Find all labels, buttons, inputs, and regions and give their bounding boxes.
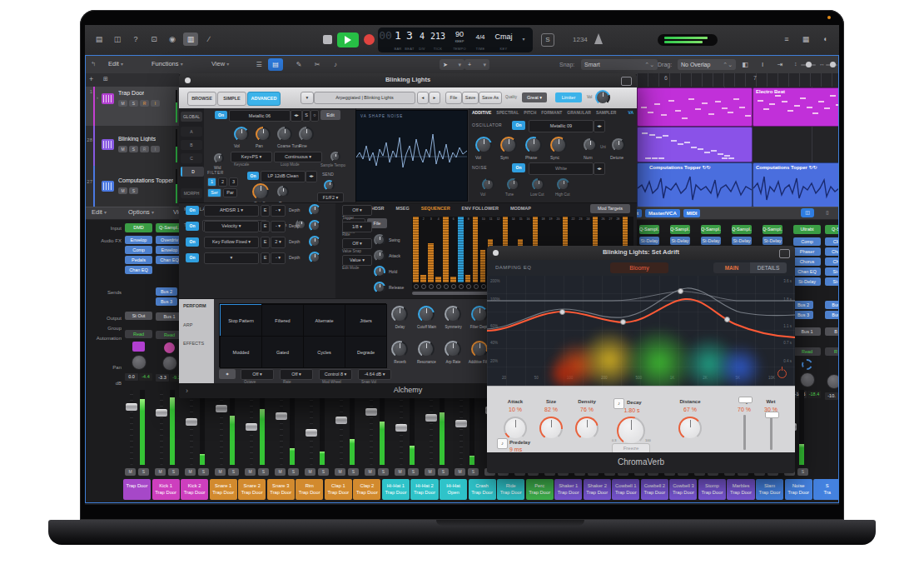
channel-name-label[interactable]: CrashTrap Door [469, 479, 496, 500]
sequencer-step[interactable]: 5 [443, 217, 450, 289]
fader-track[interactable] [370, 390, 373, 465]
input-slot[interactable]: Q-Sampl.. [670, 225, 690, 234]
fader-track[interactable] [400, 390, 403, 465]
list-editors-icon[interactable]: ≡ [779, 32, 794, 46]
perform-knob[interactable] [445, 306, 461, 322]
track-name[interactable]: Trap Door [118, 90, 144, 96]
fader-track[interactable] [310, 390, 313, 465]
pan-knob[interactable] [827, 374, 839, 389]
mod-on-button[interactable]: On [186, 206, 199, 215]
seq-control-dropdown[interactable]: Off ▾ [342, 238, 372, 249]
slider-value[interactable]: 70 % [732, 407, 757, 412]
mod-e-button[interactable]: E [261, 252, 270, 264]
detune-knob[interactable] [612, 138, 625, 152]
send-slot[interactable]: Bus [825, 301, 839, 309]
mod-on-button[interactable]: On [186, 253, 199, 262]
vertical-zoom-slider[interactable] [801, 64, 816, 66]
mute-button[interactable]: M [455, 468, 465, 476]
channel-name-label[interactable]: Hi-HatOpen [440, 479, 467, 500]
glue-tool-icon[interactable]: ✎ [291, 58, 306, 71]
fader-cap[interactable] [395, 424, 407, 432]
engine-tab[interactable]: SAMPLER [596, 110, 616, 115]
channel-name-label[interactable]: Trap Door [123, 479, 151, 500]
fx-slot[interactable]: St-Delay [763, 237, 782, 245]
pan-knob[interactable] [800, 372, 815, 387]
input-slot[interactable]: Ultrabt [793, 225, 821, 234]
fader-track[interactable] [220, 390, 223, 465]
mod-on-button[interactable]: On [186, 237, 199, 247]
mod-slot-dropdown[interactable]: 2 ▾ [271, 237, 286, 248]
source-knob[interactable] [299, 127, 314, 142]
sequencer-step[interactable]: 8 [465, 217, 472, 289]
input-slot[interactable]: Q-S [825, 225, 839, 234]
link-icon[interactable] [621, 77, 632, 86]
source-knob[interactable] [234, 127, 249, 142]
loops-icon[interactable]: ◫ [110, 32, 125, 46]
noise-knob[interactable] [557, 178, 569, 191]
input-monitor-button[interactable]: I [151, 100, 160, 107]
solo-button[interactable]: S [797, 468, 808, 476]
snapshot-pad[interactable]: Stop Pattern [220, 304, 262, 337]
predelay-value[interactable]: 9 ms [509, 447, 522, 452]
solo-button[interactable]: S [129, 187, 138, 194]
midi-region[interactable] [637, 127, 753, 162]
file-button[interactable]: File [445, 92, 462, 104]
audio-region-computations-topper[interactable]: Computations Topper ↻↻ [637, 162, 753, 207]
source-knob[interactable] [256, 127, 271, 142]
channel-fader-strip[interactable]: M S [123, 388, 152, 477]
snapshot-pad[interactable]: Filtered [261, 304, 304, 337]
damping-eq-label[interactable]: DAMPING EQ [495, 265, 531, 270]
noise-knob[interactable] [507, 178, 519, 191]
mod-source-dropdown[interactable]: Velocity ▾ [204, 221, 259, 232]
sequencer-step[interactable]: 6 [450, 217, 457, 289]
channel-fader-strip[interactable]: M S [423, 388, 452, 477]
perform-knob[interactable] [471, 306, 488, 322]
sequencer-step[interactable]: 2 [420, 217, 427, 289]
tab-arp[interactable]: ARP [183, 322, 192, 327]
eq-node[interactable] [559, 309, 565, 315]
oscillator-arrows[interactable]: ◂▸ [594, 120, 605, 132]
tab-source-a[interactable]: A [181, 127, 202, 137]
tab-browse[interactable]: BROWSE [187, 92, 216, 106]
track-name[interactable]: Blinking Lights [118, 136, 156, 142]
serial-button[interactable]: Ser [207, 188, 221, 197]
channel-name-label[interactable]: Hi-Hat 1Trap Door [382, 479, 410, 500]
fader-cap[interactable] [306, 429, 317, 437]
channel-fader-strip[interactable]: M S [333, 388, 362, 477]
mute-button[interactable]: M [425, 468, 435, 476]
tab-source-b[interactable]: B [181, 140, 202, 150]
snapshot-pad[interactable]: Modded [220, 336, 262, 368]
mute-button[interactable]: M [275, 468, 286, 476]
mod-slot-dropdown[interactable]: - ▾ [271, 252, 286, 264]
fx-slot[interactable]: Pedals [125, 256, 152, 264]
fader-track[interactable] [190, 390, 193, 465]
library-icon[interactable]: ▤ [92, 32, 107, 46]
input-slot[interactable]: Q-Sampl.. [732, 225, 752, 234]
room-type-selector[interactable]: Bloomy [610, 262, 668, 273]
solo-mode-button[interactable]: S [541, 33, 554, 47]
preset-chevron-icon[interactable]: ▾ [301, 92, 314, 104]
input-slot[interactable]: Q-Sampl.. [763, 225, 782, 234]
filter-arrows[interactable]: ◂▸ [306, 171, 317, 182]
perform-knob[interactable] [471, 341, 488, 357]
sequencer-step[interactable]: 1 [413, 217, 420, 289]
solo-button[interactable]: S [348, 468, 359, 476]
tab-global[interactable]: GLOBAL [181, 112, 202, 122]
midi-region-electro-beat[interactable]: Electro Beat [753, 87, 839, 127]
track-name[interactable]: Computations Topper [118, 177, 173, 183]
num-knob[interactable] [584, 138, 597, 152]
track-row-computations-topper[interactable]: 27 Computations Topper M S [85, 166, 179, 207]
fx-slot[interactable]: Phaser [793, 247, 821, 256]
decay-knob[interactable] [617, 417, 645, 445]
volume-value[interactable]: 0.0 [125, 373, 138, 381]
send-slot[interactable]: Bus [825, 311, 839, 319]
seq-control-dropdown[interactable]: Value ▾ [342, 255, 372, 266]
mute-button[interactable]: M [395, 468, 405, 476]
master-volume-knob[interactable] [595, 90, 610, 105]
decay-value[interactable]: 1.80 s [612, 407, 652, 413]
oscillator-knob[interactable] [525, 137, 542, 153]
edit-button[interactable]: Edit [320, 110, 340, 120]
catch-playhead-icon[interactable]: ⇥ [772, 58, 787, 71]
menu-edit[interactable]: Edit ▾ [108, 56, 123, 72]
stop-button[interactable] [323, 35, 332, 44]
